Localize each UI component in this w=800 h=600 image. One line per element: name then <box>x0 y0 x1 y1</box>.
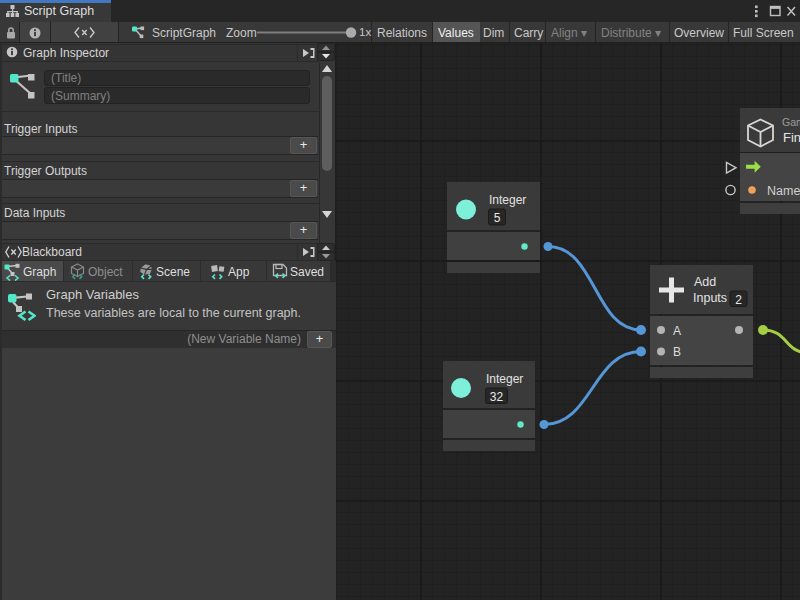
svg-text:Find: Find <box>783 130 800 145</box>
svg-text:B: B <box>673 345 681 359</box>
svg-text:Integer: Integer <box>489 193 526 207</box>
svg-text:Game: Game <box>782 116 800 128</box>
svg-text:Add: Add <box>694 275 716 289</box>
svg-text:5: 5 <box>494 211 501 225</box>
svg-text:32: 32 <box>490 390 504 404</box>
svg-text:A: A <box>673 324 681 338</box>
svg-text:2: 2 <box>735 293 742 307</box>
svg-text:Name: Name <box>767 184 800 198</box>
svg-text:Integer: Integer <box>486 372 523 386</box>
svg-text:Inputs: Inputs <box>693 291 727 305</box>
